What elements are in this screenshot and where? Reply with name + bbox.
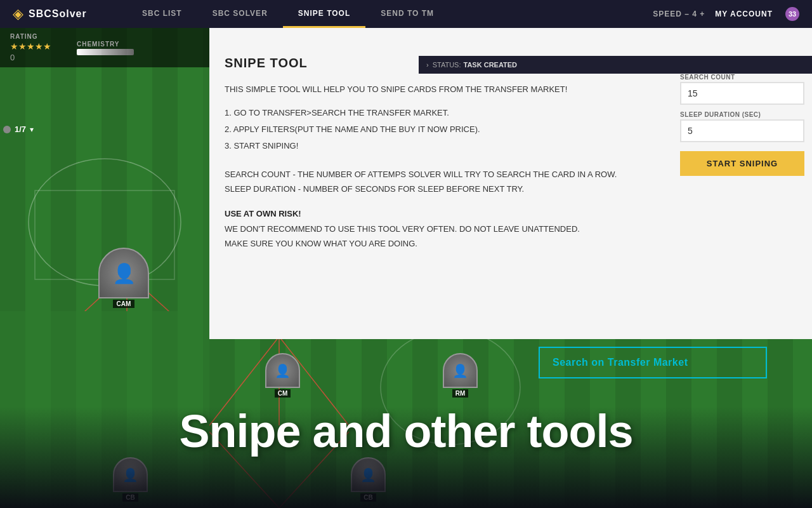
rating-bar: RATING ★★★★★ 0 CHEMISTRY [0,28,209,67]
controls-panel: SEARCH COUNT SLEEP DURATION (SEC) START … [672,74,812,176]
nav-item-sbc-list[interactable]: SBC LIST [127,0,197,28]
slot-dot [3,126,11,133]
nav-speed[interactable]: SPEED – 4 + [653,10,705,18]
sleep-duration-group: SLEEP DURATION (SEC) [680,111,804,142]
info-sleep-duration: SLEEP DURATION - NUMBER OF SECONDS FOR S… [225,182,797,196]
search-count-group: SEARCH COUNT [680,74,804,105]
player-pos-cm: CM [275,389,291,398]
status-arrow: › [426,61,429,69]
logo[interactable]: ◈ SBCSolver [0,6,127,22]
nav-item-send-to-tm[interactable]: SEND TO TM [365,0,449,28]
chevron-down-icon: ▾ [30,125,34,134]
transfer-market-button[interactable]: Search on Transfer Market [539,347,767,378]
navbar: ◈ SBCSolver SBC LIST SBC SOLVER SNIPE TO… [0,0,812,28]
rating-label: RATING [10,33,51,40]
player-pos-rm: RM [452,389,469,398]
main-panel: › STATUS: TASK CREATED SNIPE TOOL THIS S… [209,28,812,339]
rating-section: RATING ★★★★★ 0 [10,33,51,62]
player-card-rm[interactable]: 👤 RM [443,353,478,398]
search-count-label: SEARCH COUNT [680,74,804,81]
warning-section: USE AT OWN RISK! WE DON'T RECOMMEND TO U… [225,206,797,251]
player-icon-rm: 👤 [443,353,478,388]
chemistry-label: CHEMISTRY [77,41,134,48]
player-card-cm[interactable]: 👤 CM [265,353,300,398]
nav-item-snipe-tool[interactable]: SNIPE TOOL [283,0,365,28]
logo-text: SBCSolver [29,8,87,20]
warning-line-2: MAKE SURE YOU KNOW WHAT YOU ARE DOING. [225,236,797,251]
star-zero: 0 [10,53,51,62]
nav-account-badge: 33 [785,7,799,21]
player-icon-cam: 👤 [98,248,149,298]
bottom-overlay [0,406,812,508]
warning-title: USE AT OWN RISK! [225,206,797,221]
warning-line-1: WE DON'T RECOMMEND TO USE THIS TOOL VERY… [225,222,797,236]
status-bar: › STATUS: TASK CREATED [419,56,812,74]
status-value: TASK CREATED [464,61,518,69]
nav-right: SPEED – 4 + MY ACCOUNT 33 [653,7,812,21]
nav-account-label[interactable]: MY ACCOUNT [715,10,773,18]
chemistry-bar [77,49,134,55]
logo-icon: ◈ [13,6,23,22]
slot-text: 1/7 [15,124,26,134]
player-icon-cm: 👤 [265,353,300,388]
slot-control[interactable]: 1/7 ▾ [3,124,34,134]
transfer-btn-area: Search on Transfer Market [539,347,767,378]
stars: ★★★★★ [10,41,51,51]
start-sniping-button[interactable]: START SNIPING [680,151,804,176]
player-pos-cam: CAM [113,300,135,308]
search-count-input[interactable] [680,82,804,105]
player-card-cam[interactable]: 👤 CAM [98,248,149,308]
chemistry-section: CHEMISTRY [77,41,134,55]
status-label: STATUS: [433,61,461,69]
sleep-duration-input[interactable] [680,119,804,142]
nav-item-sbc-solver[interactable]: SBC SOLVER [197,0,283,28]
sleep-duration-label: SLEEP DURATION (SEC) [680,111,804,118]
nav-items: SBC LIST SBC SOLVER SNIPE TOOL SEND TO T… [127,0,653,28]
